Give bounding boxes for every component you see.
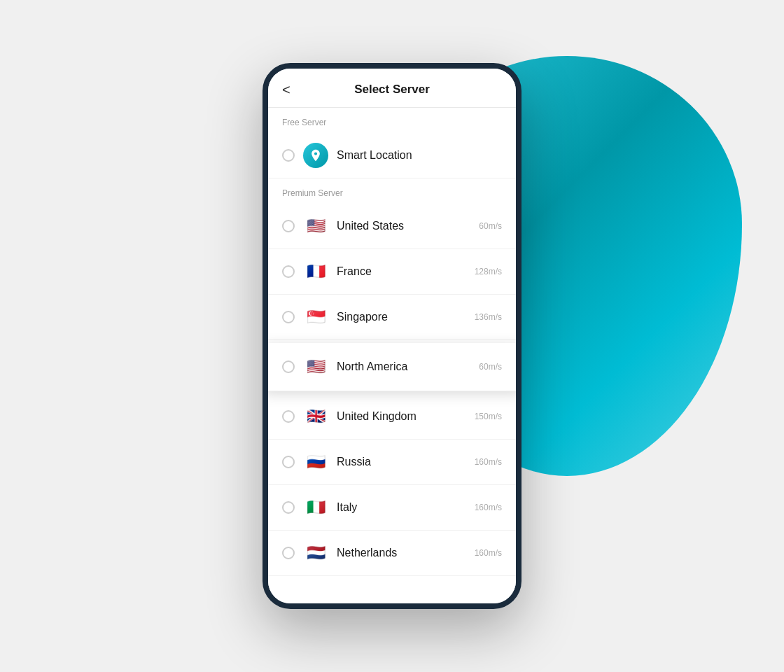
radio-button[interactable] [282,360,295,373]
server-name: Italy [337,501,469,514]
server-name: United Kingdom [337,410,469,423]
server-name: Smart Location [337,149,502,162]
flag-icon-fr: 🇫🇷 [303,259,328,284]
server-speed: 60m/s [479,362,502,372]
server-speed: 60m/s [479,221,502,231]
flag-icon-nl: 🇳🇱 [303,540,328,566]
server-item-gb[interactable]: 🇬🇧United Kingdom150m/s [268,394,516,440]
server-speed: 160m/s [475,548,502,558]
flag-icon-sg: 🇸🇬 [303,304,328,330]
server-speed: 150m/s [475,412,502,421]
radio-button[interactable] [282,456,295,468]
smart-location-icon [303,143,328,168]
server-name: Russia [337,456,469,468]
server-item-smart-location[interactable]: Smart Location [268,133,516,178]
screen-header: < Select Server [268,69,516,108]
section-label: Free Server [268,108,516,133]
server-name: United States [337,220,473,232]
back-button[interactable]: < [282,82,290,98]
server-item-na[interactable]: 🇺🇸North America60m/s [268,343,516,391]
flag-icon-gb: 🇬🇧 [303,404,328,429]
server-item-us[interactable]: 🇺🇸United States60m/s [268,204,516,249]
server-name: Singapore [337,311,469,323]
radio-button[interactable] [282,547,295,559]
server-speed: 160m/s [475,457,502,467]
radio-button[interactable] [282,311,295,323]
flag-icon-us: 🇺🇸 [303,214,328,239]
radio-button[interactable] [282,265,295,278]
server-list: Free Server Smart LocationPremium Server… [268,108,516,603]
flag-icon-na: 🇺🇸 [303,354,328,379]
server-name: North America [337,360,473,373]
flag-icon-ru: 🇷🇺 [303,449,328,475]
server-item-ru[interactable]: 🇷🇺Russia160m/s [268,440,516,485]
phone-mockup: < Select Server Free Server Smart Locati… [262,63,522,609]
server-speed: 160m/s [475,503,502,512]
radio-button[interactable] [282,149,295,162]
radio-button[interactable] [282,220,295,232]
screen-title: Select Server [354,83,430,97]
radio-button[interactable] [282,410,295,423]
server-name: France [337,265,469,278]
server-item-fr[interactable]: 🇫🇷France128m/s [268,249,516,295]
server-item-sg[interactable]: 🇸🇬Singapore136m/s [268,295,516,340]
radio-button[interactable] [282,501,295,514]
server-item-it[interactable]: 🇮🇹Italy160m/s [268,485,516,531]
phone-screen: < Select Server Free Server Smart Locati… [262,63,522,609]
server-speed: 128m/s [475,267,502,276]
server-item-nl[interactable]: 🇳🇱Netherlands160m/s [268,531,516,576]
server-name: Netherlands [337,547,469,559]
flag-icon-it: 🇮🇹 [303,495,328,520]
section-label: Premium Server [268,178,516,204]
server-speed: 136m/s [475,312,502,322]
